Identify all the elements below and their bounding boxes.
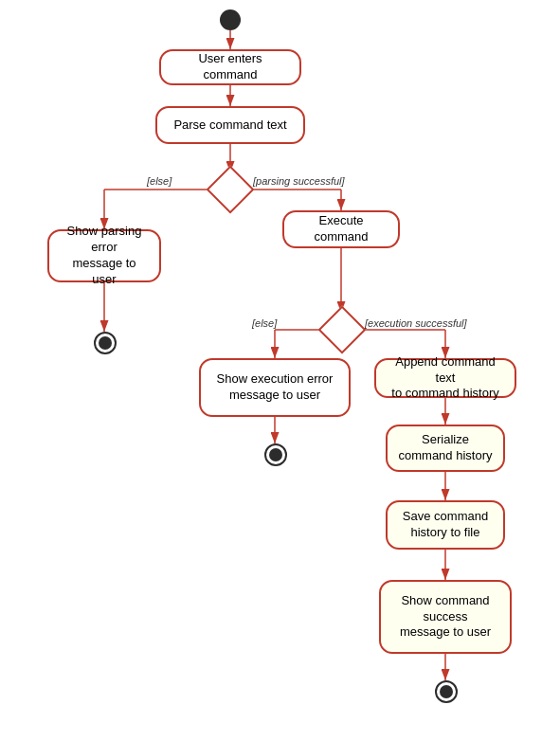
- parsing-successful-label: [parsing successful]: [253, 175, 345, 187]
- append-history-label: Append command textto command history: [386, 354, 505, 403]
- decision2-node: [325, 313, 359, 347]
- show-parse-error-node: Show parsing errormessage to user: [47, 229, 161, 282]
- save-history-label: Save commandhistory to file: [403, 509, 488, 541]
- execute-command-node: Execute command: [282, 210, 400, 248]
- end3-node: [435, 680, 458, 703]
- decision1-node: [213, 172, 247, 207]
- else2-label: [else]: [252, 317, 277, 329]
- else1-label: [else]: [147, 175, 172, 187]
- append-history-node: Append command textto command history: [374, 358, 516, 398]
- start-node: [220, 9, 241, 30]
- execution-successful-label: [execution successful]: [365, 317, 467, 329]
- user-enters-command-node: User enters command: [159, 49, 301, 85]
- save-history-node: Save commandhistory to file: [386, 500, 505, 550]
- show-exec-error-node: Show execution errormessage to user: [199, 358, 351, 417]
- show-parse-error-label: Show parsing errormessage to user: [59, 224, 150, 288]
- end2-node: [264, 443, 287, 466]
- show-exec-error-label: Show execution errormessage to user: [217, 371, 334, 404]
- serialize-history-node: Serializecommand history: [386, 425, 505, 472]
- user-enters-label: User enters command: [171, 51, 290, 83]
- parse-command-node: Parse command text: [155, 106, 305, 144]
- show-success-node: Show commandsuccessmessage to user: [379, 580, 512, 654]
- execute-command-label: Execute command: [294, 213, 388, 245]
- serialize-history-label: Serializecommand history: [399, 432, 493, 464]
- activity-diagram: User enters command Parse command text […: [0, 0, 560, 741]
- end1-node: [94, 332, 117, 354]
- show-success-label: Show commandsuccessmessage to user: [400, 593, 491, 642]
- parse-command-label: Parse command text: [173, 117, 286, 134]
